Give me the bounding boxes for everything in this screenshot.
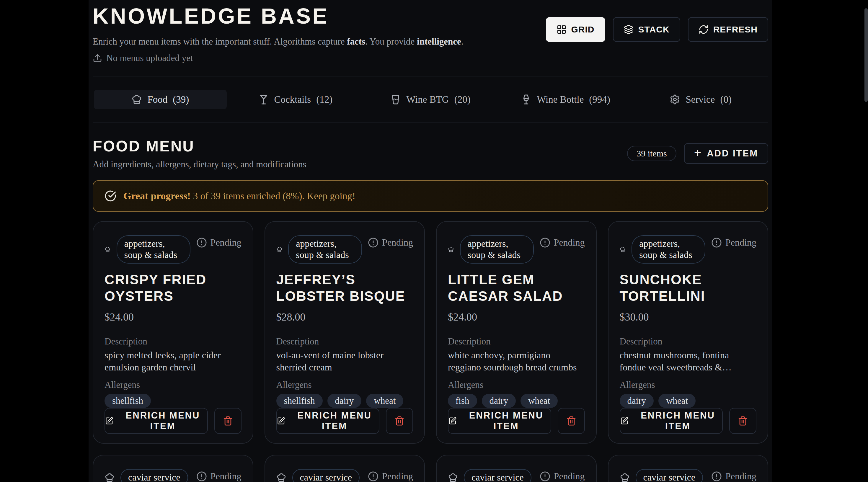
menu-items-grid-row2: caviar service Pending caviar service Pe… xyxy=(93,455,768,482)
tab-cocktails-count: (12) xyxy=(316,94,333,105)
tab-cocktails-label: Cocktails xyxy=(274,94,311,105)
chef-hat-icon xyxy=(276,245,283,254)
category-badge: appetizers, soup & salads xyxy=(288,235,362,264)
stack-button-label: STACK xyxy=(638,25,670,35)
status-label: Pending xyxy=(382,237,413,248)
enrich-menu-item-button[interactable]: ENRICH MENU ITEM xyxy=(448,408,551,434)
refresh-icon xyxy=(699,25,709,35)
page-header: KNOWLEDGE BASE Enrich your menu items wi… xyxy=(93,0,768,76)
chef-hat-icon xyxy=(448,473,458,482)
chef-hat-icon xyxy=(104,245,111,254)
tab-service-count: (0) xyxy=(720,94,731,105)
trash-icon xyxy=(223,416,233,426)
enrich-menu-item-button[interactable]: ENRICH MENU ITEM xyxy=(104,408,208,434)
item-title: JEFFREY’S LOBSTER BISQUE xyxy=(276,271,413,304)
food-menu-section-header: FOOD MENU Add ingredients, allergens, di… xyxy=(93,137,768,170)
category-badge: appetizers, soup & salads xyxy=(631,235,705,264)
plus-icon: + xyxy=(694,146,702,160)
menu-item-card: appetizers, soup & salads Pending CRISPY… xyxy=(93,221,253,444)
status-label: Pending xyxy=(211,471,242,482)
category-badge: caviar service xyxy=(292,469,360,482)
add-item-button[interactable]: + ADD ITEM xyxy=(684,143,768,164)
status-label: Pending xyxy=(554,471,585,482)
category-tabs: Food (39) Cocktails (12) Wine BTG (20) W… xyxy=(93,76,768,123)
status-badge: Pending xyxy=(540,471,585,482)
category-badge: appetizers, soup & salads xyxy=(460,235,534,264)
check-circle-icon xyxy=(104,190,116,202)
tab-wine-bottle-count: (994) xyxy=(589,94,610,105)
menu-item-card: caviar service Pending xyxy=(265,455,425,482)
menu-item-card: caviar service Pending xyxy=(436,455,597,482)
item-price: $28.00 xyxy=(276,311,413,323)
status-label: Pending xyxy=(211,237,242,248)
grid-view-button[interactable]: GRID xyxy=(546,17,605,42)
delete-item-button[interactable] xyxy=(386,408,413,434)
tab-service[interactable]: Service (0) xyxy=(634,90,767,109)
menu-item-card: caviar service Pending xyxy=(608,455,769,482)
alert-circle-icon xyxy=(368,237,378,248)
delete-item-button[interactable] xyxy=(214,408,242,434)
item-description: white anchovy, parmigiano reggiano sourd… xyxy=(448,349,585,374)
chef-hat-icon xyxy=(620,473,630,482)
section-title: FOOD MENU xyxy=(93,137,306,155)
allergen-tag: wheat xyxy=(521,394,558,408)
item-description: spicy melted leeks, apple cider emulsion… xyxy=(104,349,242,374)
delete-item-button[interactable] xyxy=(729,408,756,434)
subtitle-text: . xyxy=(461,36,464,46)
enrich-menu-item-button[interactable]: ENRICH MENU ITEM xyxy=(276,408,380,434)
section-subtitle: Add ingredients, allergens, dietary tags… xyxy=(93,159,306,170)
edit-icon xyxy=(277,416,285,426)
tab-food[interactable]: Food (39) xyxy=(94,90,227,109)
alert-circle-icon xyxy=(711,471,722,482)
tab-wine-btg[interactable]: Wine BTG (20) xyxy=(364,90,497,109)
menu-item-card: caviar service Pending xyxy=(93,455,253,482)
menu-item-card: appetizers, soup & salads Pending SUNCHO… xyxy=(608,221,769,444)
allergen-tag: dairy xyxy=(620,394,654,408)
item-price: $24.00 xyxy=(448,311,585,323)
tab-service-label: Service xyxy=(686,94,715,105)
glass-icon xyxy=(390,94,401,105)
alert-circle-icon xyxy=(368,471,378,482)
subtitle-bold-facts: facts xyxy=(347,36,365,46)
progress-alert-rest: 3 of 39 items enriched (8%). Keep going! xyxy=(191,191,355,201)
enrich-menu-item-button[interactable]: ENRICH MENU ITEM xyxy=(620,408,723,434)
scrollbar-thumb[interactable] xyxy=(864,8,868,102)
status-badge: Pending xyxy=(368,471,413,482)
item-title: LITTLE GEM CAESAR SALAD xyxy=(448,271,585,304)
alert-circle-icon xyxy=(540,471,550,482)
edit-icon xyxy=(448,416,457,426)
category-badge: caviar service xyxy=(464,469,531,482)
enrich-button-label: ENRICH MENU ITEM xyxy=(118,410,207,431)
tab-food-label: Food xyxy=(147,94,167,105)
menu-items-grid: appetizers, soup & salads Pending CRISPY… xyxy=(93,221,768,444)
allergen-tag: wheat xyxy=(366,394,403,408)
allergens-label: Allergens xyxy=(448,380,585,390)
description-label: Description xyxy=(104,336,242,347)
item-price: $24.00 xyxy=(104,311,242,323)
tab-cocktails[interactable]: Cocktails (12) xyxy=(229,90,362,109)
grid-button-label: GRID xyxy=(571,25,595,35)
chef-hat-icon xyxy=(448,245,454,254)
delete-item-button[interactable] xyxy=(558,408,585,434)
alert-circle-icon xyxy=(540,237,550,248)
category-badge: caviar service xyxy=(120,469,188,482)
tab-wine-bottle[interactable]: Wine Bottle (994) xyxy=(499,90,632,109)
item-description: vol-au-vent of maine lobster sherried cr… xyxy=(276,349,413,374)
allergen-tag: dairy xyxy=(328,394,362,408)
status-badge: Pending xyxy=(196,471,242,482)
enrich-button-label: ENRICH MENU ITEM xyxy=(290,410,379,431)
status-badge: Pending xyxy=(368,237,413,248)
enrich-button-label: ENRICH MENU ITEM xyxy=(462,410,550,431)
progress-alert-text: Great progress! 3 of 39 items enriched (… xyxy=(123,190,355,202)
item-description: chestnut mushrooms, fontina fondue veal … xyxy=(620,349,757,374)
layers-icon xyxy=(624,25,633,35)
tab-wine-btg-label: Wine BTG xyxy=(406,94,449,105)
subtitle-bold-intelligence: intelligence xyxy=(417,36,461,46)
items-count-badge: 39 items xyxy=(627,146,676,161)
progress-alert: Great progress! 3 of 39 items enriched (… xyxy=(93,180,768,212)
stack-view-button[interactable]: STACK xyxy=(613,17,680,42)
status-label: Pending xyxy=(382,471,413,482)
trash-icon xyxy=(395,416,404,426)
refresh-button[interactable]: REFRESH xyxy=(688,17,768,42)
description-label: Description xyxy=(620,336,757,347)
